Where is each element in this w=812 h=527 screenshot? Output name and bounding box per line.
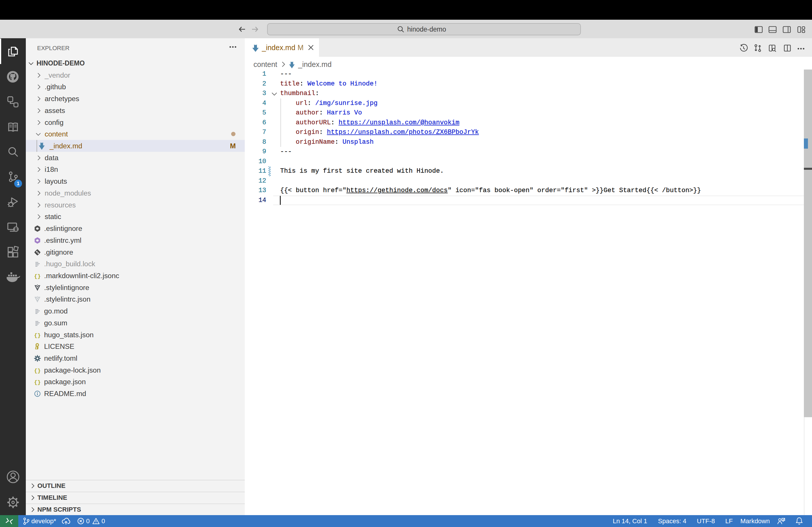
svg-text:{}: {}: [34, 368, 41, 374]
svg-text:{}: {}: [34, 273, 41, 280]
svg-text:{}: {}: [34, 379, 41, 386]
svg-text:{}: {}: [34, 332, 41, 339]
